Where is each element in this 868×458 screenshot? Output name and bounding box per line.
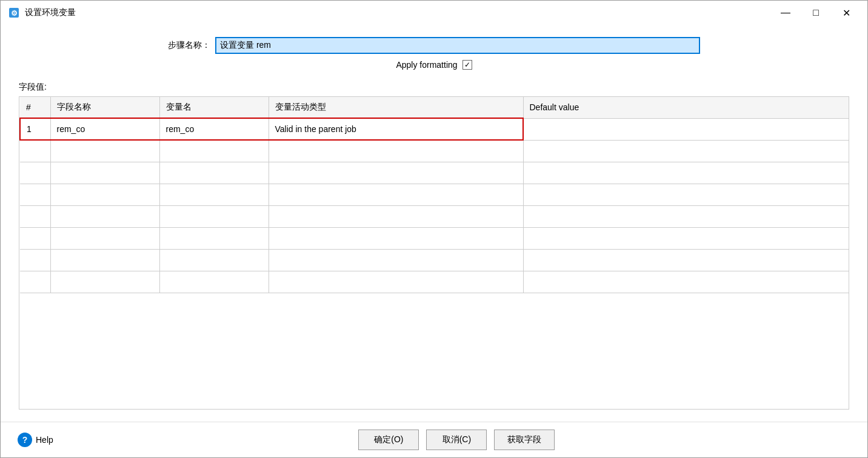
step-name-label: 步骤名称： (168, 40, 210, 51)
cell-var-type (269, 162, 523, 184)
table-row[interactable] (20, 184, 849, 205)
cell-var-name (159, 271, 269, 293)
maximize-button[interactable]: □ (802, 3, 830, 22)
cell-var-name (159, 227, 269, 249)
cell-var-type (269, 205, 523, 227)
cell-default-value (523, 271, 849, 293)
col-header-num: # (20, 97, 50, 118)
title-bar: ⚙ 设置环境变量 — □ ✕ (1, 1, 867, 25)
window-title: 设置环境变量 (25, 7, 772, 18)
cell-default-value (523, 227, 849, 249)
minimize-button[interactable]: — (772, 3, 800, 22)
close-button[interactable]: ✕ (832, 3, 860, 22)
step-name-row: 步骤名称： (19, 37, 849, 54)
table-row[interactable] (20, 140, 849, 162)
apply-formatting-checkbox[interactable] (462, 60, 472, 70)
cell-num: 1 (20, 118, 50, 140)
cell-field-name (50, 249, 159, 271)
fields-table: # 字段名称 变量名 变量活动类型 Default value 1 rem_co… (19, 97, 849, 293)
help-label: Help (36, 435, 53, 445)
cell-default-value (523, 162, 849, 184)
cell-num (20, 271, 50, 293)
col-header-default-value: Default value (523, 97, 849, 118)
table-container: # 字段名称 变量名 变量活动类型 Default value 1 rem_co… (19, 96, 849, 410)
cell-field-name (50, 140, 159, 162)
cell-var-type (269, 227, 523, 249)
table-row[interactable] (20, 271, 849, 293)
cell-var-name (159, 140, 269, 162)
cell-var-name (159, 184, 269, 205)
cell-num (20, 162, 50, 184)
main-window: ⚙ 设置环境变量 — □ ✕ 步骤名称： Apply formatting 字段… (0, 0, 868, 458)
table-row[interactable]: 1 rem_co rem_co Valid in the parent job (20, 118, 849, 140)
col-header-var-name: 变量名 (159, 97, 269, 118)
field-values-label: 字段值: (19, 82, 849, 93)
cancel-button[interactable]: 取消(C) (426, 430, 487, 450)
col-header-field-name: 字段名称 (50, 97, 159, 118)
table-row[interactable] (20, 162, 849, 184)
cell-field-name (50, 271, 159, 293)
help-button[interactable]: ? Help (13, 430, 58, 450)
apply-formatting-label: Apply formatting (396, 60, 457, 70)
table-row[interactable] (20, 227, 849, 249)
footer: ? Help 确定(O) 取消(C) 获取字段 (1, 422, 867, 457)
cell-var-type: Valid in the parent job (269, 118, 523, 140)
step-name-input[interactable] (215, 37, 700, 54)
footer-buttons: 确定(O) 取消(C) 获取字段 (58, 430, 855, 450)
cell-num (20, 140, 50, 162)
cell-num (20, 184, 50, 205)
cell-var-type (269, 140, 523, 162)
cell-default-value (523, 205, 849, 227)
cell-default-value (523, 140, 849, 162)
window-icon: ⚙ (8, 7, 20, 19)
cell-var-name (159, 162, 269, 184)
cell-field-name (50, 184, 159, 205)
cell-field-name: rem_co (50, 118, 159, 140)
cell-field-name (50, 162, 159, 184)
cell-num (20, 205, 50, 227)
help-icon: ? (18, 433, 32, 447)
cell-var-name (159, 205, 269, 227)
table-row[interactable] (20, 249, 849, 271)
svg-text:⚙: ⚙ (11, 9, 18, 18)
cell-default-value (523, 184, 849, 205)
cell-field-name (50, 205, 159, 227)
apply-formatting-row: Apply formatting (19, 60, 849, 70)
table-row[interactable] (20, 205, 849, 227)
cell-var-name (159, 249, 269, 271)
content-area: 步骤名称： Apply formatting 字段值: (1, 25, 867, 422)
cell-default-value (523, 249, 849, 271)
window-controls: — □ ✕ (772, 3, 860, 22)
ok-button[interactable]: 确定(O) (358, 430, 419, 450)
col-header-var-type: 变量活动类型 (269, 97, 523, 118)
table-header-row: # 字段名称 变量名 变量活动类型 Default value (20, 97, 849, 118)
cell-num (20, 249, 50, 271)
cell-var-type (269, 184, 523, 205)
cell-var-type (269, 271, 523, 293)
cell-default-value (523, 118, 849, 140)
cell-num (20, 227, 50, 249)
cell-field-name (50, 227, 159, 249)
cell-var-name: rem_co (159, 118, 269, 140)
get-fields-button[interactable]: 获取字段 (494, 430, 555, 450)
cell-var-type (269, 249, 523, 271)
